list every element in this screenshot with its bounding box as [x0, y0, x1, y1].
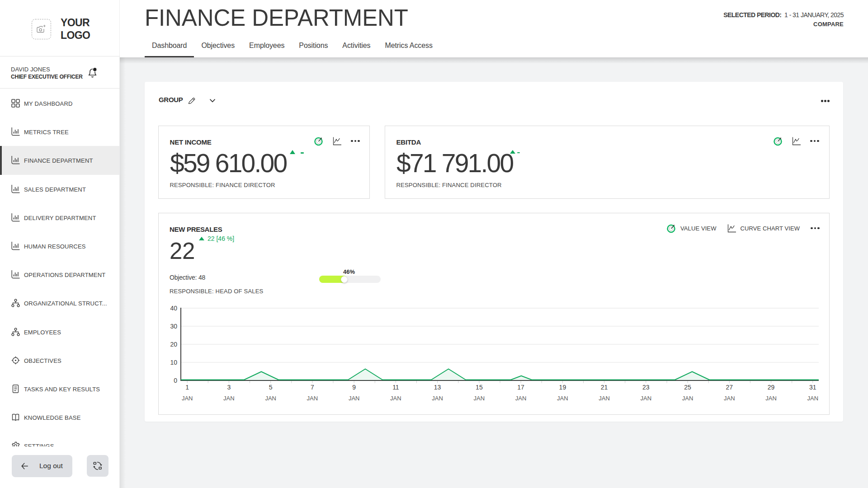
svg-text:15: 15 — [476, 384, 483, 391]
svg-text:11: 11 — [392, 384, 399, 391]
svg-text:JAN: JAN — [474, 395, 485, 402]
svg-text:JAN: JAN — [265, 395, 276, 402]
svg-text:JAN: JAN — [182, 395, 193, 402]
svg-text:31: 31 — [809, 384, 816, 391]
svg-text:JAN: JAN — [724, 395, 735, 402]
svg-text:19: 19 — [559, 384, 566, 391]
svg-text:30: 30 — [170, 323, 177, 330]
svg-text:JAN: JAN — [349, 395, 360, 402]
svg-text:9: 9 — [352, 384, 356, 391]
svg-text:40: 40 — [170, 305, 177, 312]
svg-text:JAN: JAN — [223, 395, 235, 402]
svg-text:JAN: JAN — [682, 395, 693, 402]
svg-text:JAN: JAN — [515, 395, 527, 402]
svg-text:25: 25 — [684, 384, 691, 391]
svg-text:JAN: JAN — [307, 395, 318, 402]
svg-text:JAN: JAN — [807, 395, 819, 402]
svg-text:0: 0 — [174, 377, 177, 384]
svg-text:23: 23 — [642, 384, 650, 391]
svg-text:JAN: JAN — [432, 395, 443, 402]
svg-text:JAN: JAN — [599, 395, 610, 402]
svg-text:13: 13 — [434, 384, 441, 391]
svg-text:21: 21 — [601, 384, 608, 391]
svg-text:JAN: JAN — [765, 395, 777, 402]
svg-text:1: 1 — [185, 384, 189, 391]
svg-text:5: 5 — [269, 384, 273, 391]
svg-text:27: 27 — [726, 384, 733, 391]
svg-text:7: 7 — [311, 384, 314, 391]
svg-text:3: 3 — [227, 384, 231, 391]
svg-text:JAN: JAN — [390, 395, 401, 402]
svg-text:20: 20 — [170, 341, 177, 348]
svg-text:29: 29 — [768, 384, 775, 391]
svg-text:17: 17 — [517, 384, 524, 391]
svg-text:10: 10 — [170, 359, 177, 366]
svg-text:JAN: JAN — [557, 395, 568, 402]
svg-text:JAN: JAN — [641, 395, 652, 402]
